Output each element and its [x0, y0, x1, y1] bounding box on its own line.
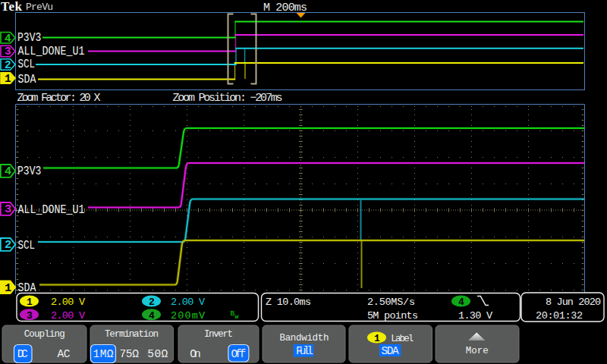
svg-text:Full: Full: [296, 345, 313, 357]
svg-text:1: 1: [27, 297, 33, 308]
svg-text:3: 3: [5, 46, 11, 58]
svg-text:1MΩ: 1MΩ: [93, 348, 114, 360]
svg-text:3: 3: [5, 202, 11, 216]
svg-text:Zoom Position: −207ms: Zoom Position: −207ms: [173, 92, 283, 105]
svg-text:3: 3: [27, 310, 33, 322]
svg-text:Bandwidth: Bandwidth: [280, 333, 329, 344]
svg-text:2: 2: [5, 59, 11, 71]
svg-text:W: W: [235, 313, 239, 320]
svg-text:ALL_DONE_U1: ALL_DONE_U1: [18, 43, 85, 58]
svg-text:2.50MS/s: 2.50MS/s: [367, 297, 415, 308]
svg-text:AC: AC: [57, 348, 70, 360]
svg-text:2: 2: [149, 297, 155, 308]
svg-text:2.00 V: 2.00 V: [51, 310, 86, 322]
svg-text:On: On: [190, 348, 201, 360]
svg-text:Invert: Invert: [204, 329, 233, 340]
svg-text:2.00 V: 2.00 V: [171, 297, 206, 308]
svg-text:Zoom Factor: 20 X: Zoom Factor: 20 X: [17, 92, 101, 105]
svg-text:More: More: [466, 346, 489, 356]
svg-text:DC: DC: [17, 348, 28, 360]
svg-text:50Ω: 50Ω: [147, 348, 168, 360]
svg-text:8 Jun 2020: 8 Jun 2020: [546, 297, 601, 308]
svg-text:2.00 V: 2.00 V: [51, 297, 86, 308]
svg-text:PreVu: PreVu: [26, 2, 53, 13]
svg-text:Termination: Termination: [105, 329, 159, 340]
svg-text:4: 4: [149, 310, 155, 322]
svg-text:SDA: SDA: [382, 345, 399, 357]
svg-text:Off: Off: [231, 348, 247, 360]
svg-text:1.30 V: 1.30 V: [458, 310, 493, 322]
svg-text:Tek: Tek: [1, 0, 23, 14]
svg-text:5M points: 5M points: [367, 310, 418, 322]
svg-text:P3V3: P3V3: [17, 163, 41, 178]
svg-text:4: 4: [458, 297, 464, 308]
svg-text:20:01:32: 20:01:32: [536, 310, 583, 322]
svg-text:1: 1: [374, 333, 380, 344]
svg-text:SDA: SDA: [18, 71, 37, 86]
svg-text:4: 4: [5, 33, 11, 45]
svg-text:Z 10.0ms: Z 10.0ms: [266, 297, 311, 308]
svg-text:200mV: 200mV: [171, 310, 206, 322]
svg-text:Coupling: Coupling: [24, 329, 65, 340]
svg-text:SCL: SCL: [18, 238, 36, 252]
svg-text:ALL_DONE_U1: ALL_DONE_U1: [18, 202, 85, 218]
svg-text:2: 2: [5, 238, 11, 252]
svg-text:1: 1: [5, 73, 11, 85]
svg-text:M 200ms: M 200ms: [263, 2, 307, 14]
svg-text:Label: Label: [391, 334, 414, 344]
svg-text:P3V3: P3V3: [17, 30, 41, 45]
svg-text:4: 4: [5, 165, 11, 178]
svg-text:1: 1: [5, 281, 11, 295]
svg-text:SCL: SCL: [18, 58, 36, 71]
svg-text:75Ω: 75Ω: [119, 348, 139, 360]
